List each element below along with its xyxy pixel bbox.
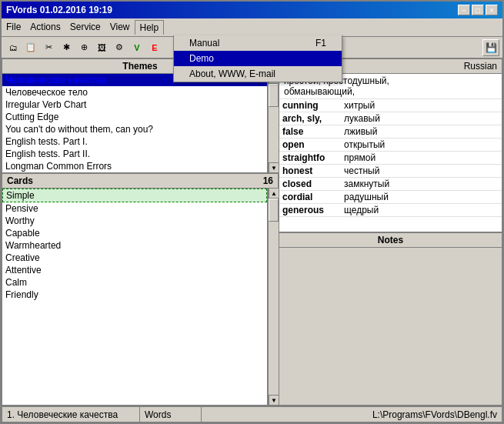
vocab-russian-2: лживый xyxy=(344,126,499,137)
cards-scroll-up[interactable]: ▲ xyxy=(269,188,279,199)
vocab-russian-1: лукавый xyxy=(344,113,499,124)
main-window: FVords 01.02.2016 19:19 − □ × File Actio… xyxy=(0,0,504,424)
card-item-7[interactable]: Calm xyxy=(2,276,267,289)
vocab-english-0: cunning xyxy=(282,100,344,111)
vocab-english-6: closed xyxy=(282,179,344,189)
vocab-row-3: open открытый xyxy=(279,139,502,152)
vocab-table: простой, простодушный, обманывающий, cun… xyxy=(279,73,502,232)
title-controls: − □ × xyxy=(458,5,498,15)
status-theme: 1. Человеческие качества xyxy=(2,406,140,422)
minimize-button[interactable]: − xyxy=(458,5,470,15)
vocab-english-7: cordial xyxy=(282,192,344,202)
toolbar-open[interactable]: 🗂 xyxy=(5,39,22,56)
theme-item-4[interactable]: You can't do without them, can you? xyxy=(2,123,267,135)
vocab-row-5: honest честный xyxy=(279,165,502,178)
vocab-row-2: false лживый xyxy=(279,125,502,139)
status-bar: 1. Человеческие качества Words L:\Progra… xyxy=(2,406,502,422)
toolbar-settings[interactable]: ⚙ xyxy=(111,39,128,56)
close-button[interactable]: × xyxy=(486,5,498,15)
vocab-row-0: cunning хитрый xyxy=(279,99,502,112)
vocab-row-4: straightfo прямой xyxy=(279,152,502,165)
dropdown-about[interactable]: About, WWW, E-mail xyxy=(174,66,342,82)
title-bar: FVords 01.02.2016 19:19 − □ × xyxy=(2,2,502,18)
card-item-6[interactable]: Attentive xyxy=(2,264,267,276)
left-panel: Themes Человеческие качества Человеческо… xyxy=(2,58,279,406)
themes-scroll-track[interactable] xyxy=(269,84,279,162)
cards-count: 16 xyxy=(263,175,273,186)
menu-view[interactable]: View xyxy=(105,20,135,35)
theme-item-3[interactable]: Cutting Edge xyxy=(2,111,267,123)
vocab-english-8: generous xyxy=(282,205,344,215)
help-dropdown: Manual F1 Demo About, WWW, E-mail xyxy=(173,35,342,82)
vocab-english-1: arch, sly, xyxy=(282,113,344,124)
vocab-row-7: cordial радушный xyxy=(279,191,502,204)
menu-actions[interactable]: Actions xyxy=(25,20,65,35)
cards-scrollbar[interactable]: ▲ ▼ xyxy=(268,188,279,406)
cards-label: Cards xyxy=(7,175,33,186)
toolbar-star[interactable]: ✱ xyxy=(58,39,75,56)
dropdown-demo[interactable]: Demo xyxy=(174,51,342,66)
themes-scroll-down[interactable]: ▼ xyxy=(269,162,279,173)
theme-item-6[interactable]: English tests. Part II. xyxy=(2,148,267,160)
themes-scrollbar[interactable]: ▲ ▼ xyxy=(268,73,279,173)
card-item-8[interactable]: Friendly xyxy=(2,289,267,301)
toolbar-image[interactable]: 🖼 xyxy=(93,39,110,56)
notes-header: Notes xyxy=(279,232,502,247)
menu-service[interactable]: Service xyxy=(65,20,105,35)
menu-bar: File Actions Service View Help Manual F1… xyxy=(2,18,502,37)
notes-area[interactable] xyxy=(279,247,502,406)
card-item-0[interactable]: Simple xyxy=(2,189,267,202)
vocab-russian-0: хитрый xyxy=(344,100,499,111)
vocab-row-6: closed замкнутый xyxy=(279,178,502,191)
vocab-english-2: false xyxy=(282,126,344,137)
status-path: L:\Programs\FVords\DBengl.fv xyxy=(202,406,502,422)
cards-scroll-down[interactable]: ▼ xyxy=(269,395,279,406)
maximize-button[interactable]: □ xyxy=(472,5,484,15)
vocab-russian-4: прямой xyxy=(344,152,499,163)
intro-text-2: обманывающий, xyxy=(284,86,497,97)
themes-list: Человеческие качества Человеческое тело … xyxy=(2,73,268,173)
vocab-english-5: honest xyxy=(282,165,344,176)
vocab-row-1: arch, sly, лукавый xyxy=(279,112,502,125)
card-item-4[interactable]: Warmhearted xyxy=(2,239,267,252)
menu-help[interactable]: Help xyxy=(135,20,165,35)
menu-file[interactable]: File xyxy=(2,20,25,35)
vocab-english-3: open xyxy=(282,139,344,150)
dropdown-manual[interactable]: Manual F1 xyxy=(174,35,342,51)
themes-scroll-thumb[interactable] xyxy=(269,84,279,107)
toolbar-cut[interactable]: ✂ xyxy=(40,39,57,56)
theme-item-5[interactable]: English tests. Part I. xyxy=(2,135,267,148)
russian-label: Russian xyxy=(464,61,497,72)
cards-scroll-track[interactable] xyxy=(269,199,279,395)
theme-item-1[interactable]: Человеческое тело xyxy=(2,86,267,98)
status-words: Words xyxy=(140,406,202,422)
cards-header: Cards 16 xyxy=(2,173,279,188)
cards-scroll-thumb[interactable] xyxy=(269,199,279,222)
right-panel: Russian простой, простодушный, обманываю… xyxy=(279,58,502,406)
card-item-1[interactable]: Pensive xyxy=(2,202,267,215)
main-content: Themes Человеческие качества Человеческо… xyxy=(2,58,502,406)
theme-item-7[interactable]: Longman Common Errors xyxy=(2,160,267,172)
cards-list: Simple Pensive Worthy Capable Warmhearte… xyxy=(2,188,268,406)
card-item-2[interactable]: Worthy xyxy=(2,215,267,227)
vocab-russian-3: открытый xyxy=(344,139,499,150)
theme-item-2[interactable]: Irregular Verb Chart xyxy=(2,98,267,111)
vocab-russian-6: замкнутый xyxy=(344,179,499,189)
toolbar-copy[interactable]: 📋 xyxy=(22,39,39,56)
vocab-russian-5: честный xyxy=(344,165,499,176)
toolbar-v[interactable]: V xyxy=(129,39,145,56)
vocab-row-8: generous щедрый xyxy=(279,204,502,217)
card-item-3[interactable]: Capable xyxy=(2,227,267,239)
vocab-english-4: straightfo xyxy=(282,152,344,163)
toolbar-add[interactable]: ⊕ xyxy=(75,39,92,56)
toolbar-e[interactable]: E xyxy=(146,39,163,56)
toolbar-save-button[interactable]: 💾 xyxy=(482,39,499,56)
vocab-russian-7: радушный xyxy=(344,192,499,202)
card-item-5[interactable]: Creative xyxy=(2,252,267,264)
window-title: FVords 01.02.2016 19:19 xyxy=(6,5,112,15)
vocab-russian-8: щедрый xyxy=(344,205,499,215)
